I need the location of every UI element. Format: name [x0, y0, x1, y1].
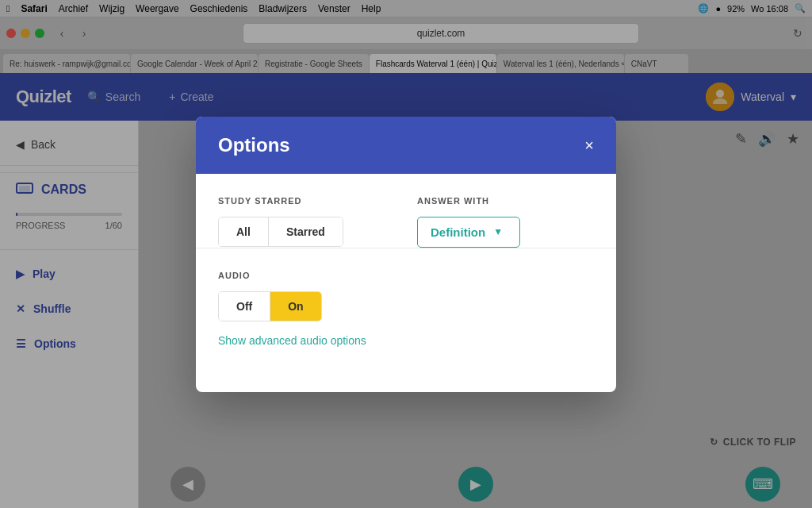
answer-with-dropdown[interactable]: Definition ▼ [417, 217, 520, 248]
options-row: STUDY STARRED All Starred ANSWER WITH De… [218, 196, 594, 248]
modal-overlay: Options × STUDY STARRED All Starred ANSW… [0, 0, 812, 508]
modal-close-btn[interactable]: × [584, 137, 594, 153]
study-starred-toggle: All Starred [218, 217, 343, 247]
modal-divider [196, 248, 616, 248]
study-starred-label: STUDY STARRED [218, 196, 395, 206]
modal-body: STUDY STARRED All Starred ANSWER WITH De… [196, 174, 616, 392]
audio-off-btn[interactable]: Off [219, 292, 270, 321]
modal-header: Options × [196, 117, 616, 174]
audio-label: AUDIO [218, 271, 594, 280]
starred-btn[interactable]: Starred [269, 217, 343, 246]
all-btn[interactable]: All [219, 217, 269, 246]
options-modal: Options × STUDY STARRED All Starred ANSW… [196, 117, 616, 392]
audio-on-btn[interactable]: On [270, 292, 320, 321]
advanced-audio-link[interactable]: Show advanced audio options [218, 334, 366, 347]
answer-with-group: ANSWER WITH Definition ▼ [417, 196, 594, 248]
modal-title: Options [218, 134, 290, 156]
audio-toggle: Off On [218, 291, 322, 321]
definition-value: Definition [431, 225, 485, 239]
study-starred-group: STUDY STARRED All Starred [218, 196, 395, 248]
audio-section: AUDIO Off On Show advanced audio options [218, 271, 594, 348]
answer-with-label: ANSWER WITH [417, 196, 594, 206]
chevron-down-icon: ▼ [493, 226, 503, 237]
